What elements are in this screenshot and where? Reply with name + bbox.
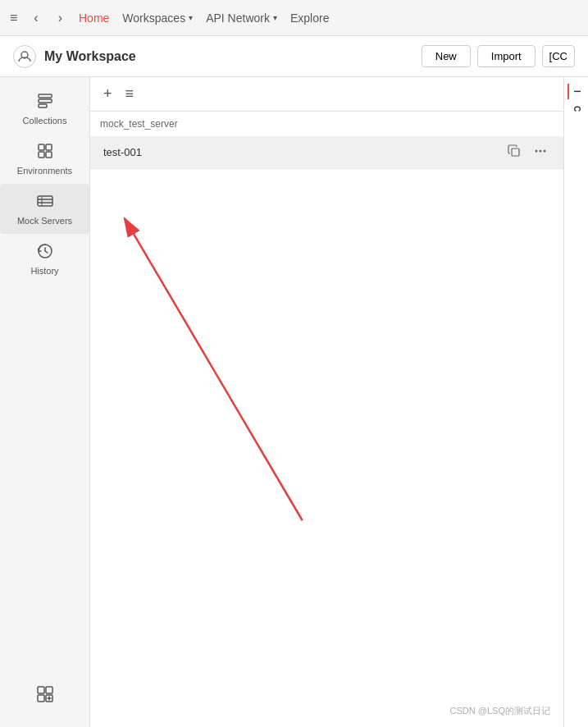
sidebar-label-mock-servers: Mock Servers	[17, 216, 72, 226]
mock-item-actions	[504, 143, 550, 162]
back-button[interactable]: ‹	[30, 9, 41, 27]
home-link[interactable]: Home	[79, 11, 109, 25]
content-area: + ≡ mock_test_server test-001	[90, 77, 563, 727]
import-button[interactable]: Import	[477, 45, 536, 67]
add-mock-button[interactable]: +	[100, 84, 116, 104]
workspaces-link[interactable]: Workspaces ▾	[122, 11, 193, 25]
watermark: CSDN @LSQ的测试日记	[450, 705, 550, 717]
sidebar-item-add-module[interactable]	[0, 677, 89, 714]
add-module-icon	[36, 685, 54, 706]
mock-group-header: mock_test_server	[90, 112, 563, 136]
menu-icon[interactable]: ≡	[10, 11, 17, 25]
forward-button[interactable]: ›	[55, 9, 66, 27]
svg-rect-7	[46, 152, 52, 158]
sidebar-label-collections: Collections	[23, 116, 67, 126]
workspace-title: My Workspace	[44, 49, 422, 64]
api-network-label: API Network	[206, 11, 270, 25]
sidebar-item-mock-servers[interactable]: Mock Servers	[0, 184, 89, 234]
mock-list-item[interactable]: test-001	[90, 136, 563, 169]
mock-servers-icon	[36, 192, 54, 213]
sidebar-item-collections[interactable]: Collections	[0, 84, 89, 134]
svg-rect-13	[38, 687, 44, 693]
more-options-button[interactable]	[531, 143, 550, 162]
svg-rect-15	[38, 695, 44, 702]
right-panel-tab-1[interactable]: I	[567, 84, 585, 99]
svg-rect-1	[39, 94, 52, 98]
workspaces-arrow: ▾	[189, 13, 193, 22]
sidebar-bottom	[0, 677, 89, 727]
svg-point-22	[544, 150, 546, 153]
right-panel-tab-2[interactable]: C	[567, 99, 585, 118]
copy-mock-button[interactable]	[504, 143, 524, 162]
explore-link[interactable]: Explore	[290, 11, 329, 25]
sidebar: Collections Environments	[0, 77, 90, 727]
svg-point-20	[536, 150, 538, 153]
sidebar-item-history[interactable]: History	[0, 234, 89, 284]
sidebar-label-environments: Environments	[17, 166, 72, 176]
svg-point-21	[540, 150, 542, 153]
environments-icon	[36, 142, 54, 162]
sidebar-label-history: History	[30, 266, 58, 276]
cc-button[interactable]: [CC	[542, 45, 575, 67]
right-panel: I C	[563, 77, 588, 727]
svg-rect-19	[512, 149, 519, 156]
svg-rect-3	[39, 104, 47, 107]
svg-rect-6	[39, 152, 44, 158]
content-toolbar: + ≡	[90, 77, 563, 112]
svg-rect-5	[46, 144, 52, 150]
mock-server-list: mock_test_server test-001	[90, 112, 563, 727]
workspace-header: My Workspace New Import [CC	[0, 36, 588, 77]
new-button[interactable]: New	[422, 45, 471, 67]
mock-group-name: mock_test_server	[100, 118, 178, 130]
mock-item-name: test-001	[103, 146, 504, 158]
workspace-actions: New Import [CC	[422, 45, 575, 67]
svg-rect-14	[46, 687, 52, 693]
topbar: ≡ ‹ › Home Workspaces ▾ API Network ▾ Ex…	[0, 0, 588, 36]
workspaces-label: Workspaces	[122, 11, 185, 25]
api-network-arrow: ▾	[273, 13, 277, 22]
main-layout: Collections Environments	[0, 77, 588, 727]
avatar	[13, 45, 36, 68]
sidebar-item-environments[interactable]: Environments	[0, 134, 89, 184]
api-network-link[interactable]: API Network ▾	[206, 11, 277, 25]
collections-icon	[36, 92, 54, 112]
svg-rect-8	[38, 196, 52, 206]
svg-rect-2	[39, 99, 52, 103]
filter-button[interactable]: ≡	[122, 84, 138, 104]
svg-rect-4	[39, 144, 44, 150]
history-icon	[36, 242, 54, 263]
